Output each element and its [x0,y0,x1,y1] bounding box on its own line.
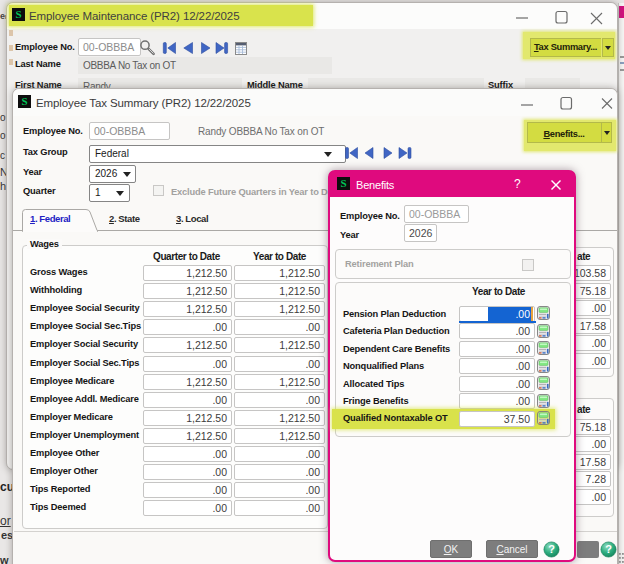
svg-text:?: ? [548,543,555,555]
svg-text:?: ? [605,543,612,555]
